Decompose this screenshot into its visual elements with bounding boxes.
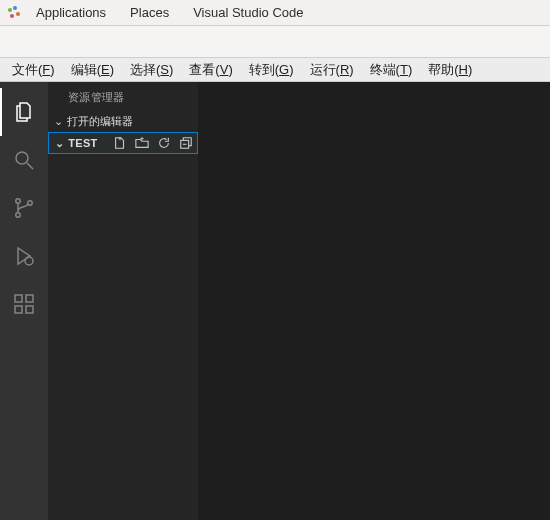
gnome-top-bar: Applications Places Visual Studio Code <box>0 0 550 26</box>
refresh-icon[interactable] <box>157 136 171 150</box>
vscode-menu-bar: 文件(F) 编辑(E) 选择(S) 查看(V) 转到(G) 运行(R) 终端(T… <box>0 58 550 82</box>
svg-rect-11 <box>15 306 22 313</box>
svg-rect-10 <box>15 295 22 302</box>
activity-source-control[interactable] <box>0 184 48 232</box>
chevron-down-icon: ⌄ <box>55 137 64 150</box>
explorer-title: 资源管理器 <box>48 82 198 111</box>
activity-run-debug[interactable] <box>0 232 48 280</box>
gnome-logo-icon <box>6 5 22 21</box>
menu-terminal[interactable]: 终端(T) <box>362 61 421 79</box>
menu-help[interactable]: 帮助(H) <box>420 61 480 79</box>
branch-icon <box>12 196 36 220</box>
svg-point-7 <box>16 213 20 217</box>
open-editors-section[interactable]: ⌄ 打开的编辑器 <box>48 111 198 132</box>
menu-view[interactable]: 查看(V) <box>181 61 240 79</box>
gnome-applications[interactable]: Applications <box>26 5 116 20</box>
explorer-panel: 资源管理器 ⌄ 打开的编辑器 ⌄ TEST <box>48 82 198 520</box>
folder-section[interactable]: ⌄ TEST <box>48 132 198 154</box>
menu-run[interactable]: 运行(R) <box>302 61 362 79</box>
new-folder-icon[interactable] <box>135 136 149 150</box>
chevron-down-icon: ⌄ <box>54 115 63 128</box>
activity-explorer[interactable] <box>0 88 48 136</box>
main-area: 资源管理器 ⌄ 打开的编辑器 ⌄ TEST <box>0 82 550 520</box>
menu-selection[interactable]: 选择(S) <box>122 61 181 79</box>
folder-name: TEST <box>68 137 97 149</box>
folder-actions <box>113 136 193 150</box>
svg-point-2 <box>16 12 20 16</box>
extensions-icon <box>12 292 36 316</box>
editor-area <box>198 82 550 520</box>
svg-point-4 <box>16 152 28 164</box>
svg-line-5 <box>27 163 33 169</box>
menu-edit[interactable]: 编辑(E) <box>63 61 122 79</box>
search-icon <box>12 148 36 172</box>
svg-point-1 <box>13 6 17 10</box>
svg-rect-13 <box>26 295 33 302</box>
window-title-strip <box>0 26 550 58</box>
svg-point-3 <box>10 14 14 18</box>
new-file-icon[interactable] <box>113 136 127 150</box>
gnome-places[interactable]: Places <box>120 5 179 20</box>
play-bug-icon <box>12 244 36 268</box>
gnome-active-app[interactable]: Visual Studio Code <box>183 5 313 20</box>
activity-extensions[interactable] <box>0 280 48 328</box>
open-editors-label: 打开的编辑器 <box>67 114 133 129</box>
svg-point-0 <box>8 8 12 12</box>
activity-bar <box>0 82 48 520</box>
files-icon <box>12 100 36 124</box>
menu-file[interactable]: 文件(F) <box>4 61 63 79</box>
collapse-all-icon[interactable] <box>179 136 193 150</box>
menu-go[interactable]: 转到(G) <box>241 61 302 79</box>
svg-point-9 <box>25 257 33 265</box>
svg-rect-12 <box>26 306 33 313</box>
svg-point-6 <box>16 199 20 203</box>
activity-search[interactable] <box>0 136 48 184</box>
